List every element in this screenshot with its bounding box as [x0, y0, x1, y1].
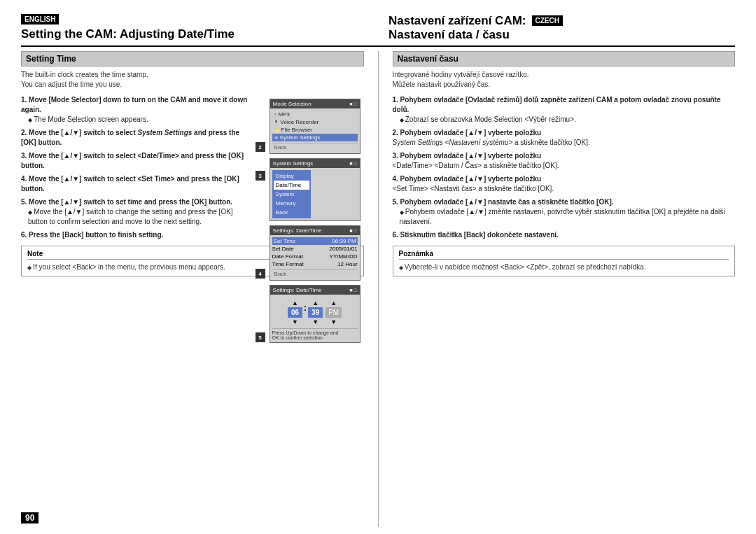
screen-3-badge: 3	[255, 171, 265, 181]
screen-3-title: System Settings ■ □	[270, 159, 360, 168]
right-step-5: 5. Pohybem ovladače [▲/▼] nastavte čas a…	[393, 197, 736, 227]
screen-2-back: Back	[272, 143, 358, 151]
english-section-header: ENGLISH Setting the CAM: Adjusting Date/…	[21, 14, 368, 41]
screen-2-item-system: ⚙ System Settings	[272, 134, 358, 141]
screen-2-wrapper: 2 Mode Selection ■ □ ♪ MP3 🎙 Voice Recor…	[255, 99, 364, 154]
screen-4-row-datefmt: Date Format YY/MM/DD	[272, 253, 358, 260]
page-header: ENGLISH Setting the CAM: Adjusting Date/…	[21, 14, 735, 47]
screen-4-body: Set Time 06:39 PM Set Date 2005/01/01 Da…	[270, 235, 360, 280]
screen-5-wrapper: 5 Settings: Date/Time ■ □ ▲ 06 ▼	[255, 285, 364, 343]
screen-4-icons: ■ □	[349, 228, 356, 233]
screen-4-title: Settings: Date/Time ■ □	[270, 226, 360, 235]
screen-3-memory: Memory	[274, 199, 309, 208]
screen-2-title-text: Mode Selection	[273, 101, 312, 107]
screen-4-back: Back	[272, 269, 358, 278]
czech-title-line1: Nastavení zařízení CAM:	[388, 14, 526, 28]
screen-3-back: Back	[274, 208, 309, 217]
screen-3-system: System	[274, 190, 309, 199]
screen-2-title: Mode Selection ■ □	[270, 99, 360, 108]
right-step-2: 2. Pohybem ovladače [▲/▼] vyberte položk…	[393, 128, 736, 148]
left-description: The built-in clock creates the time stam…	[21, 70, 364, 90]
right-note-title: Poznámka	[399, 250, 729, 260]
right-section-header: Nastavení času	[393, 51, 736, 66]
screen-5: Settings: Date/Time ■ □ ▲ 06 ▼ :	[270, 285, 360, 343]
screen-3: System Settings ■ □ Display Date/Time Sy…	[270, 158, 360, 221]
screen-5-minutes: 39	[308, 307, 323, 318]
screen-5-title-text: Settings: Date/Time	[273, 287, 322, 293]
screen-4-timefmt-value: 12 Hour	[337, 261, 357, 267]
czech-badge: CZECH	[532, 15, 563, 26]
english-badge: ENGLISH	[21, 14, 59, 24]
right-step-6: 6. Stisknutím tlačítka [Back] dokončete …	[393, 230, 736, 240]
screen-5-body: ▲ 06 ▼ : ▲ 39 ▼	[270, 295, 360, 342]
screen-4-settime-label: Set Time	[274, 238, 296, 244]
czech-title-line2: Nastavení data / času	[388, 28, 526, 42]
screen-4-setdate-label: Set Date	[272, 246, 294, 252]
screen-3-body: Display Date/Time System Memory Back	[270, 168, 360, 220]
screen-5-badge: 5	[255, 332, 265, 342]
right-step-4: 4. Pohybem ovladače [▲/▼] vyberte položk…	[393, 174, 736, 194]
screen-4-row-settime: Set Time 06:39 PM	[272, 237, 358, 245]
left-section-header: Setting Time	[21, 51, 364, 66]
screenshots-panel: 2 Mode Selection ■ □ ♪ MP3 🎙 Voice Recor…	[255, 99, 364, 345]
screen-3-datetime: Date/Time	[274, 181, 309, 190]
screen-3-display: Display	[274, 171, 309, 181]
screen-4-timefmt-label: Time Format	[272, 261, 304, 267]
screen-5-ampm: PM	[326, 307, 342, 318]
right-steps: 1. Pohybem ovladače [Ovladač režimů] dol…	[393, 95, 736, 240]
screen-4-badge: 4	[255, 269, 265, 279]
right-step-1: 1. Pohybem ovladače [Ovladač režimů] dol…	[393, 95, 736, 125]
screen-4-title-text: Settings: Date/Time	[273, 227, 322, 234]
screen-4-row-setdate: Set Date 2005/01/01	[272, 245, 358, 253]
screen-5-hours: 06	[288, 307, 302, 318]
screen-4-wrapper: 4 Settings: Date/Time ■ □ Set Time 06:39…	[255, 225, 364, 281]
page-number: 90	[21, 512, 38, 524]
right-description: Integrované hodiny vytvářejí časové razí…	[393, 70, 736, 90]
english-title: Setting the CAM: Adjusting Date/Time	[21, 27, 368, 41]
screen-3-sidebar: Display Date/Time System Memory Back	[272, 170, 311, 218]
screen-2-icons: ■ □	[349, 101, 356, 106]
screen-4-setdate-value: 2005/01/01	[330, 246, 358, 252]
screen-3-main	[311, 170, 314, 218]
screen-3-icons: ■ □	[349, 161, 356, 166]
right-step-3: 3. Pohybem ovladače [▲/▼] vyberte položk…	[393, 151, 736, 171]
right-note-content: Vyberete-li v nabídce možnost <Back> <Zp…	[399, 262, 729, 272]
screen-5-icons: ■ □	[349, 288, 356, 293]
screen-2-item-mp3: ♪ MP3	[272, 111, 358, 118]
screen-4: Settings: Date/Time ■ □ Set Time 06:39 P…	[270, 225, 360, 281]
left-column: Setting Time The built-in clock creates …	[21, 51, 379, 527]
screen-2-item-voice: 🎙 Voice Recorder	[272, 118, 358, 126]
screen-2-badge: 2	[255, 142, 265, 152]
screen-2: Mode Selection ■ □ ♪ MP3 🎙 Voice Recorde…	[270, 99, 360, 154]
screen-4-row-timefmt: Time Format 12 Hour	[272, 260, 358, 268]
right-column: Nastavení času Integrované hodiny vytvář…	[379, 51, 736, 527]
screen-5-hint: Press Up/Down to change andOK to confirm…	[272, 328, 358, 340]
right-note: Poznámka Vyberete-li v nabídce možnost <…	[393, 246, 736, 276]
screen-3-title-text: System Settings	[273, 160, 314, 167]
screen-4-datefmt-label: Date Format	[272, 253, 303, 260]
content-area: Setting Time The built-in clock creates …	[21, 51, 735, 527]
screen-2-body: ♪ MP3 🎙 Voice Recorder 📁 File Browser ⚙ …	[270, 108, 360, 153]
screen-4-datefmt-value: YY/MM/DD	[330, 253, 358, 260]
screen-4-settime-value: 06:39 PM	[332, 238, 356, 244]
czech-section-header: Nastavení zařízení CAM: Nastavení data /…	[368, 14, 735, 43]
screen-2-item-file: 📁 File Browser	[272, 126, 358, 134]
screen-3-wrapper: 3 System Settings ■ □ Display Date/Time	[255, 158, 364, 221]
screen-5-title: Settings: Date/Time ■ □	[270, 286, 360, 295]
